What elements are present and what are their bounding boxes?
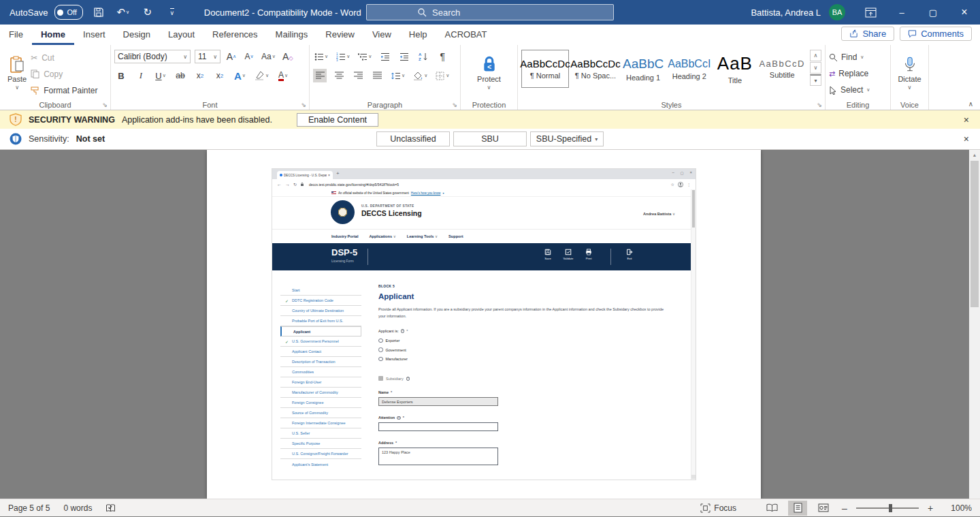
- tab-mailings[interactable]: Mailings: [267, 26, 317, 45]
- radio-manufacturer[interactable]: Manufacturer: [378, 357, 671, 362]
- superscript-button[interactable]: x2: [213, 69, 227, 82]
- read-mode-button[interactable]: [762, 501, 781, 516]
- line-spacing-button[interactable]: ∨: [389, 69, 406, 82]
- undo-button[interactable]: ↶∨: [114, 3, 132, 21]
- find-button[interactable]: Find∨: [829, 50, 887, 64]
- align-center-button[interactable]: [332, 69, 346, 82]
- replace-button[interactable]: ⇄ Replace: [829, 67, 887, 80]
- section-us-government-personnel[interactable]: ✓U.S. Government Personnel: [280, 336, 361, 347]
- paste-button[interactable]: Paste ∨: [3, 48, 31, 98]
- bookmark-star-icon[interactable]: ☆: [671, 182, 674, 187]
- increase-indent-button[interactable]: [397, 50, 411, 63]
- show-hide-formatting-button[interactable]: ¶: [436, 50, 449, 63]
- form-exit-button[interactable]: Exit: [621, 249, 638, 260]
- sort-button[interactable]: AZ: [416, 50, 430, 63]
- section-description-of-transaction[interactable]: Description of Transaction: [280, 357, 361, 367]
- style-subtitle[interactable]: AaBbCcDSubtitle: [758, 50, 806, 88]
- font-name-select[interactable]: Calibri (Body)∨: [114, 50, 191, 63]
- italic-button[interactable]: I: [134, 69, 148, 82]
- form-save-button[interactable]: Save: [539, 249, 557, 260]
- change-case-button[interactable]: Aa∨: [260, 50, 277, 63]
- strikethrough-button[interactable]: ab: [174, 69, 187, 82]
- tab-file[interactable]: File: [0, 26, 32, 45]
- shading-button[interactable]: ∨: [412, 69, 429, 82]
- align-left-button[interactable]: [313, 69, 327, 82]
- tab-home[interactable]: Home: [32, 26, 74, 45]
- section-start[interactable]: Start: [280, 285, 361, 296]
- sensitivity-bar-close-icon[interactable]: ×: [964, 134, 969, 144]
- style-title[interactable]: AaBTitle: [714, 50, 755, 88]
- style-no-spacing[interactable]: AaBbCcDc¶ No Spac...: [572, 50, 619, 88]
- search-box[interactable]: Search: [366, 4, 614, 20]
- radio-exporter-control[interactable]: [378, 339, 383, 343]
- nav-learning-tools[interactable]: Learning Tools ∨: [407, 234, 438, 238]
- applicant-is-help-icon[interactable]: ?: [401, 329, 405, 333]
- subsidiary-checkbox[interactable]: [378, 376, 383, 381]
- browser-menu-icon[interactable]: ⋮: [687, 182, 691, 187]
- radio-exporter[interactable]: Exporter: [378, 339, 671, 343]
- sensitivity-unclassified-button[interactable]: Unclassified: [376, 131, 450, 146]
- borders-button[interactable]: ∨: [434, 69, 451, 82]
- name-field[interactable]: [378, 397, 498, 406]
- shrink-font-button[interactable]: A∨: [242, 50, 256, 63]
- redo-button[interactable]: ↻: [139, 3, 157, 21]
- font-dialog-launcher[interactable]: ⇘: [301, 101, 306, 108]
- section-specific-purpose[interactable]: Specific Purpose: [280, 439, 361, 449]
- minimize-button[interactable]: –: [886, 0, 917, 25]
- customize-quick-access-button[interactable]: ∨: [163, 3, 181, 21]
- save-button[interactable]: [90, 3, 108, 21]
- new-tab-button[interactable]: +: [336, 170, 340, 176]
- browser-minimize-icon[interactable]: –: [672, 170, 674, 175]
- section-applicant-contact[interactable]: Applicant Contact: [280, 347, 361, 357]
- word-page[interactable]: DECCS Licensing - U.S. Depart... × + – ▢…: [207, 150, 761, 499]
- browser-maximize-icon[interactable]: ▢: [681, 170, 684, 175]
- styles-gallery-more-button[interactable]: ▾: [810, 74, 821, 86]
- sensitivity-sbu-button[interactable]: SBU: [453, 131, 527, 146]
- style-heading-2[interactable]: AaBbCcIHeading 2: [667, 50, 711, 88]
- section-us-consignor-freight-forwarder[interactable]: U.S. Consignor/Freight Forwarder: [280, 449, 361, 459]
- nav-support[interactable]: Support: [448, 234, 463, 238]
- section-country-of-ultimate-destination[interactable]: Country of Ultimate Destination: [280, 306, 361, 316]
- font-size-select[interactable]: 11∨: [195, 50, 220, 63]
- clipboard-dialog-launcher[interactable]: ⇘: [102, 101, 108, 108]
- subscript-button[interactable]: x2: [193, 69, 207, 82]
- decrease-indent-button[interactable]: [378, 50, 392, 63]
- autosave-toggle[interactable]: Off: [54, 5, 82, 20]
- font-color-button[interactable]: A∨: [276, 69, 290, 82]
- section-applicant[interactable]: Applicant: [280, 326, 361, 336]
- section-foreign-intermediate-consignee[interactable]: Foreign Intermediate Consignee: [280, 418, 361, 428]
- print-layout-button[interactable]: [788, 501, 807, 516]
- tab-design[interactable]: Design: [114, 26, 159, 45]
- style-heading-1[interactable]: AaBbCHeading 1: [622, 50, 664, 88]
- address-bar[interactable]: deccs.test.pmddtc.state.gov/licensing/#/…: [309, 183, 668, 187]
- form-print-button[interactable]: Print: [580, 249, 598, 260]
- cut-button[interactable]: ✂Cut: [31, 50, 97, 65]
- align-right-button[interactable]: [351, 69, 365, 82]
- zoom-out-button[interactable]: –: [840, 503, 849, 514]
- section-source-of-commodity[interactable]: Source of Commodity: [280, 408, 361, 418]
- subsidiary-help-icon[interactable]: ?: [406, 377, 410, 381]
- tab-acrobat[interactable]: ACROBAT: [436, 26, 496, 45]
- radio-manufacturer-control[interactable]: [378, 357, 383, 362]
- attention-help-icon[interactable]: ?: [397, 416, 401, 420]
- browser-forward-icon[interactable]: →: [285, 182, 290, 187]
- section-applicants-statement[interactable]: Applicant's Statement: [280, 459, 361, 469]
- tab-references[interactable]: References: [203, 26, 266, 45]
- radio-government-control[interactable]: [378, 347, 383, 352]
- section-foreign-consignee[interactable]: Foreign Consignee: [280, 398, 361, 408]
- section-commodities[interactable]: Commodities: [280, 367, 361, 377]
- numbering-button[interactable]: 123 ∨: [335, 50, 351, 63]
- browser-tab[interactable]: DECCS Licensing - U.S. Depart... ×: [277, 171, 333, 179]
- bullets-button[interactable]: ∨: [313, 50, 329, 63]
- word-scrollbar-thumb[interactable]: [970, 161, 979, 307]
- close-button[interactable]: ×: [949, 0, 980, 25]
- proofing-status-icon[interactable]: [105, 503, 116, 513]
- browser-scrollbar-thumb[interactable]: [692, 190, 695, 228]
- tab-view[interactable]: View: [363, 26, 400, 45]
- address-field[interactable]: 123 Happy Place: [378, 448, 498, 465]
- sensitivity-sbu-specified-button[interactable]: SBU-Specified▾: [530, 131, 604, 146]
- bold-button[interactable]: B: [114, 69, 128, 82]
- web-layout-button[interactable]: [814, 501, 833, 516]
- radio-government[interactable]: Government: [378, 347, 671, 352]
- justify-button[interactable]: [370, 69, 384, 82]
